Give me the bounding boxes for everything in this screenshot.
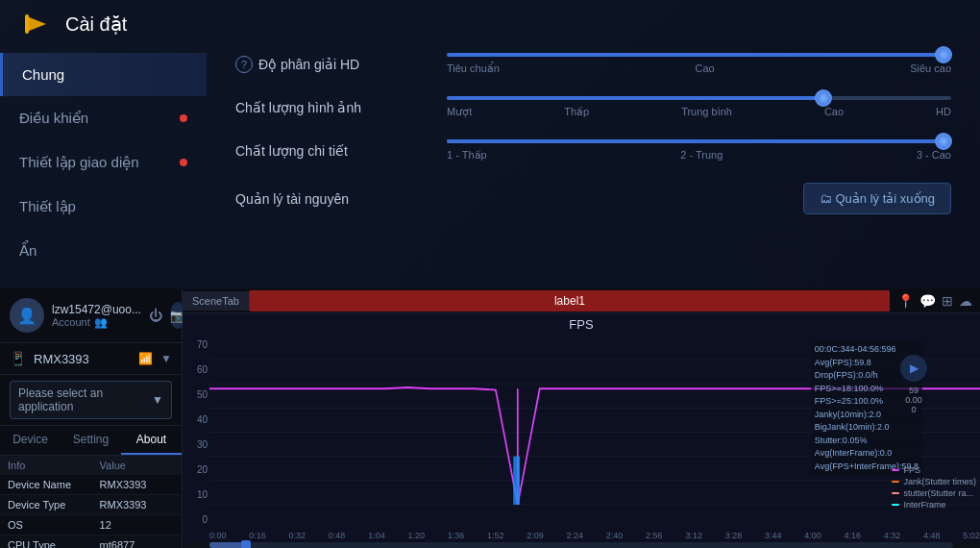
table-header-value: Value: [92, 456, 182, 475]
download-button[interactable]: 🗂 Quản lý tải xuống: [803, 183, 951, 214]
y-axis-label: 0: [184, 514, 208, 525]
left-sidebar-bottom: 👤 lzw15472@uoo... Account 👥 ⏻ 📷 📱 RMX339…: [0, 288, 183, 548]
x-axis-row: 0:000:160:320:481:041:201:361:522:092:24…: [183, 529, 980, 542]
right-number: 59: [905, 386, 922, 395]
x-axis-label: 4:32: [884, 531, 901, 540]
sidebar-item-chung[interactable]: Chung: [0, 53, 207, 96]
table-row: OS12: [0, 515, 182, 536]
chart-wrapper: 706050403020100: [183, 336, 980, 529]
chart-legend: FPSJank(Stutter times)stutter(Stutter ra…: [892, 465, 976, 510]
hd-resolution-labels: Tiêu chuẩn Cao Siêu cao: [447, 62, 951, 75]
image-quality-labels: Mượt Thấp Trung bình Cao HD: [447, 106, 951, 118]
x-axis-label: 1:36: [448, 531, 465, 540]
device-name: RMX3393: [34, 352, 131, 366]
bottom-panel: 👤 lzw15472@uoo... Account 👥 ⏻ 📷 📱 RMX339…: [0, 288, 980, 548]
tab-about[interactable]: About: [121, 426, 182, 455]
image-quality-slider-container: Mượt Thấp Trung bình Cao HD: [447, 96, 951, 118]
x-axis-label: 2:09: [527, 531, 544, 540]
legend-label: FPS: [903, 465, 920, 475]
legend-item: InterFrame: [892, 500, 976, 510]
x-axis-label: 0:48: [329, 531, 346, 540]
resource-management-row: Quản lý tài nguyên 🗂 Quản lý tải xuống: [235, 183, 951, 214]
sidebar-item-thiet-lap[interactable]: Thiết lập: [0, 185, 207, 229]
info-table: Info Value Device NameRMX3393Device Type…: [0, 456, 182, 548]
x-axis-label: 1:20: [407, 531, 425, 540]
location-icon[interactable]: 📍: [897, 293, 914, 309]
device-chevron-icon[interactable]: ▼: [160, 352, 172, 365]
notification-dot-thiet-lap-giao-dien: [180, 159, 187, 166]
cloud-icon[interactable]: ☁: [959, 293, 972, 309]
user-account: Account 👥: [52, 316, 141, 329]
x-axis-label: 0:00: [209, 531, 227, 540]
wifi-icon: 📶: [138, 352, 153, 365]
table-cell-value: RMX3393: [92, 475, 182, 495]
scene-tab-label: SceneTab: [183, 291, 250, 311]
avatar: 👤: [10, 298, 44, 333]
detail-quality-slider-container: 1 - Thấp 2 - Trung 3 - Cao: [447, 139, 951, 162]
phone-icon: 📱: [10, 351, 26, 366]
table-header-info: Info: [0, 456, 92, 475]
tab-device[interactable]: Device: [0, 426, 61, 455]
right-number: 0: [905, 405, 922, 414]
table-cell-value: mt6877: [92, 536, 182, 549]
right-controls: ▶ 590.000: [900, 355, 927, 414]
timeline-bar[interactable]: [209, 542, 953, 548]
timeline-thumb[interactable]: [241, 540, 251, 548]
chart-topbar: SceneTab label1 📍 💬 ⊞ ☁: [183, 288, 980, 313]
user-section: 👤 lzw15472@uoo... Account 👥 ⏻ 📷: [0, 288, 182, 343]
question-icon-hd: ?: [235, 56, 253, 73]
detail-quality-label: Chất lượng chi tiết: [235, 143, 348, 159]
legend-item: Jank(Stutter times): [892, 477, 976, 486]
chart-area: SceneTab label1 📍 💬 ⊞ ☁ FPS 706050403020…: [183, 288, 980, 548]
table-cell-value: 12: [92, 515, 182, 536]
detail-quality-track[interactable]: [447, 139, 951, 143]
table-cell-info: CPU Type: [0, 536, 92, 549]
image-quality-label: Chất lượng hình ảnh: [235, 100, 361, 115]
play-button[interactable]: ▶: [900, 355, 927, 382]
x-axis-label: 2:56: [646, 531, 663, 540]
y-axis-label: 40: [184, 414, 208, 425]
x-axis-label: 4:48: [923, 531, 941, 540]
detail-quality-labels: 1 - Thấp 2 - Trung 3 - Cao: [447, 149, 951, 162]
y-axis-label: 60: [184, 364, 208, 375]
table-row: Device NameRMX3393: [0, 475, 182, 495]
sidebar-item-an[interactable]: Ẩn: [0, 229, 207, 273]
right-number: 0.00: [905, 395, 922, 405]
power-icon[interactable]: ⏻: [149, 308, 162, 323]
image-quality-track[interactable]: [447, 96, 951, 100]
bottom-tabs: Device Setting About: [0, 426, 182, 456]
app-select-chevron-icon: ▼: [152, 393, 163, 407]
legend-color-dot: [892, 504, 899, 506]
table-cell-info: Device Type: [0, 495, 92, 515]
x-axis-label: 3:12: [685, 531, 702, 540]
sidebar-label-dieu-khien: Điều khiển: [19, 110, 88, 127]
topbar-icons: 📍 💬 ⊞ ☁: [890, 293, 980, 309]
legend-label: Jank(Stutter times): [903, 477, 976, 486]
hd-resolution-slider-container: Tiêu chuẩn Cao Siêu cao: [447, 53, 951, 75]
hd-resolution-label: Độ phân giải HD: [258, 57, 359, 72]
hd-resolution-track[interactable]: [447, 53, 951, 57]
sidebar-label-thiet-lap: Thiết lập: [19, 198, 76, 215]
tab-setting[interactable]: Setting: [61, 426, 121, 455]
x-axis-label: 0:16: [249, 531, 266, 540]
settings-sidebar: Chung Điều khiển Thiết lập giao diện Thi…: [0, 0, 207, 288]
legend-label: stutter(Stutter ra...: [903, 488, 973, 498]
grid-icon[interactable]: ⊞: [942, 293, 953, 309]
sidebar-item-thiet-lap-giao-dien[interactable]: Thiết lập giao diện: [0, 140, 207, 185]
chart-inner: 00:0C:344-04:56:596Avg(FPS):59.8Drop(FPS…: [209, 336, 980, 529]
app-select-button[interactable]: Please select an application ▼: [10, 381, 172, 419]
sidebar-item-dieu-khien[interactable]: Điều khiển: [0, 96, 207, 140]
y-axis-label: 30: [184, 439, 208, 450]
legend-color-dot: [892, 492, 899, 494]
table-cell-info: OS: [0, 515, 92, 536]
legend-label: InterFrame: [903, 500, 945, 510]
x-axis-label: 0:32: [289, 531, 306, 540]
app-select-label: Please select an application: [18, 386, 152, 413]
overlay-info-line: BigJank(10min):2.0: [815, 421, 919, 435]
chat-icon[interactable]: 💬: [919, 293, 936, 309]
sidebar-label-thiet-lap-giao-dien: Thiết lập giao diện: [19, 154, 139, 171]
overlay-info-line: Avg(InterFrame):0.0: [815, 447, 919, 461]
x-axis-label: 3:44: [765, 531, 782, 540]
x-axis-label: 3:28: [725, 531, 743, 540]
table-cell-value: RMX3393: [92, 495, 182, 515]
